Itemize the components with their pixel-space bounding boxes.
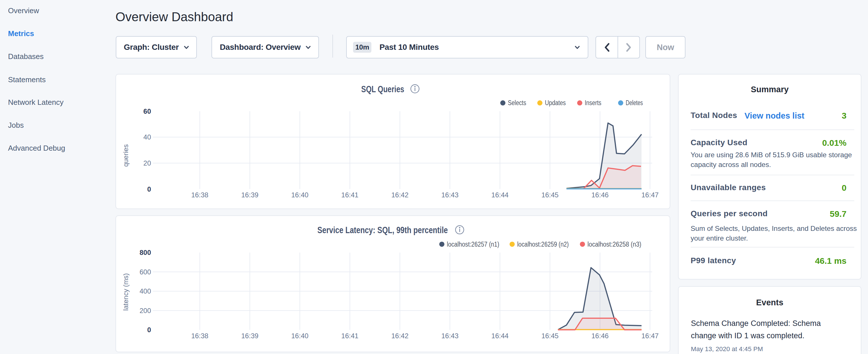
svg-text:16:41: 16:41: [341, 191, 359, 199]
svg-text:16:41: 16:41: [341, 332, 359, 340]
svg-text:SQL Queries: SQL Queries: [361, 84, 404, 94]
svg-text:600: 600: [140, 268, 151, 276]
svg-text:60: 60: [143, 107, 151, 115]
svg-text:Deletes: Deletes: [626, 99, 643, 106]
svg-text:16:46: 16:46: [591, 191, 609, 199]
svg-text:16:38: 16:38: [191, 332, 208, 340]
svg-text:16:40: 16:40: [291, 332, 308, 340]
svg-text:0: 0: [147, 326, 151, 334]
svg-text:queries: queries: [122, 144, 129, 167]
svg-text:16:40: 16:40: [291, 191, 308, 199]
svg-text:40: 40: [143, 133, 151, 141]
svg-text:Selects: Selects: [508, 99, 526, 106]
svg-text:16:44: 16:44: [492, 191, 509, 199]
svg-text:localhost:26257 (n1): localhost:26257 (n1): [447, 240, 499, 248]
svg-text:16:45: 16:45: [541, 332, 559, 340]
svg-text:16:44: 16:44: [492, 332, 509, 340]
svg-text:localhost:26259 (n2): localhost:26259 (n2): [517, 240, 569, 248]
svg-text:Service Latency: SQL, 99th per: Service Latency: SQL, 99th percentile: [317, 225, 448, 235]
svg-text:20: 20: [143, 159, 151, 167]
svg-text:16:39: 16:39: [241, 191, 258, 199]
svg-text:16:38: 16:38: [191, 191, 208, 199]
svg-text:800: 800: [140, 249, 151, 256]
svg-text:16:46: 16:46: [591, 332, 609, 340]
svg-text:16:42: 16:42: [391, 332, 408, 340]
svg-text:Inserts: Inserts: [585, 99, 601, 106]
svg-text:latency (ms): latency (ms): [122, 273, 129, 311]
svg-text:16:42: 16:42: [391, 191, 408, 199]
svg-text:16:43: 16:43: [441, 191, 459, 199]
svg-text:0: 0: [147, 185, 151, 193]
svg-text:16:47: 16:47: [641, 191, 658, 199]
svg-text:16:45: 16:45: [541, 191, 559, 199]
svg-text:Updates: Updates: [545, 99, 566, 106]
svg-text:200: 200: [140, 307, 151, 315]
svg-text:localhost:26258 (n3): localhost:26258 (n3): [587, 240, 641, 248]
svg-text:16:43: 16:43: [441, 332, 459, 340]
svg-text:400: 400: [140, 287, 151, 295]
svg-text:16:39: 16:39: [241, 332, 258, 340]
svg-text:16:47: 16:47: [641, 332, 658, 340]
